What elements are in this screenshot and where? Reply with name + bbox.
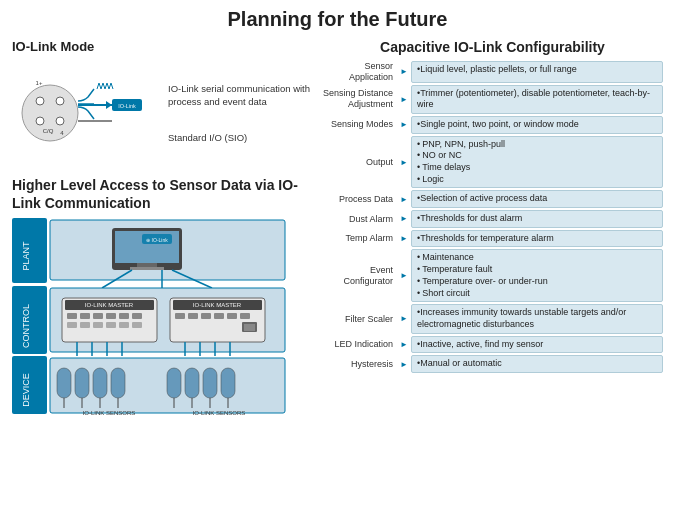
svg-rect-51 bbox=[227, 313, 237, 319]
page: Planning for the Future IO-Link Mode bbox=[0, 0, 675, 506]
config-row-label: Temp Alarm bbox=[322, 230, 397, 248]
config-value-item: Maintenance bbox=[417, 252, 657, 264]
config-arrow-icon bbox=[397, 116, 411, 134]
io-link-mode-section: IO-Link Mode 1+ C/Q 4 bbox=[12, 39, 312, 168]
svg-text:C/Q: C/Q bbox=[43, 128, 54, 134]
svg-rect-79 bbox=[203, 368, 217, 398]
config-row-value: PNP, NPN, push-pullNO or NCTime delaysLo… bbox=[411, 136, 663, 189]
config-row-value: •Inactive, active, find my sensor bbox=[411, 336, 663, 354]
io-link-mode-title: IO-Link Mode bbox=[12, 39, 312, 54]
svg-text:IO-LINK SENSORS: IO-LINK SENSORS bbox=[83, 410, 136, 416]
config-row-label: Sensing Distance Adjustment bbox=[322, 85, 397, 114]
svg-rect-34 bbox=[93, 313, 103, 319]
config-value-item: Short circuit bbox=[417, 288, 657, 300]
config-row-value: •Thresholds for temperature alarm bbox=[411, 230, 663, 248]
config-row: Sensing Modes•Single point, two point, o… bbox=[322, 116, 663, 134]
config-row: LED Indication•Inactive, active, find my… bbox=[322, 336, 663, 354]
config-row-label: Filter Scaler bbox=[322, 304, 397, 333]
svg-rect-40 bbox=[93, 322, 103, 328]
config-arrow-icon bbox=[397, 136, 411, 189]
connector-diagram-svg: 1+ C/Q 4 IO-Link bbox=[12, 63, 162, 163]
svg-point-1 bbox=[36, 97, 44, 105]
svg-rect-52 bbox=[240, 313, 250, 319]
config-row-value: •Trimmer (potentiometer), disable potent… bbox=[411, 85, 663, 114]
config-row-value: •Selection of active process data bbox=[411, 190, 663, 208]
config-row-label: Dust Alarm bbox=[322, 210, 397, 228]
svg-text:IO-LINK MASTER: IO-LINK MASTER bbox=[193, 302, 242, 308]
svg-point-2 bbox=[56, 97, 64, 105]
higher-level-title: Higher Level Access to Sensor Data via I… bbox=[12, 176, 312, 212]
config-value-item: Temperature fault bbox=[417, 264, 657, 276]
svg-rect-19 bbox=[137, 263, 157, 267]
svg-rect-50 bbox=[214, 313, 224, 319]
config-row-value: •Manual or automatic bbox=[411, 355, 663, 373]
svg-rect-47 bbox=[175, 313, 185, 319]
page-title: Planning for the Future bbox=[12, 8, 663, 31]
svg-text:IO-LINK SENSORS: IO-LINK SENSORS bbox=[193, 410, 246, 416]
io-link-diagram: 1+ C/Q 4 IO-Link bbox=[12, 58, 312, 168]
svg-rect-81 bbox=[221, 368, 235, 398]
config-arrow-icon bbox=[397, 230, 411, 248]
svg-rect-37 bbox=[132, 313, 142, 319]
svg-rect-66 bbox=[57, 368, 71, 398]
config-row-value: •Increases immunity towards unstable tar… bbox=[411, 304, 663, 333]
config-row: Event ConfiguratorMaintenanceTemperature… bbox=[322, 249, 663, 302]
svg-rect-75 bbox=[167, 368, 181, 398]
config-value-item: NO or NC bbox=[417, 150, 657, 162]
config-arrow-icon bbox=[397, 61, 411, 83]
main-content: IO-Link Mode 1+ C/Q 4 bbox=[12, 39, 663, 498]
svg-rect-33 bbox=[80, 313, 90, 319]
config-row: Filter Scaler•Increases immunity towards… bbox=[322, 304, 663, 333]
svg-text:PLANT: PLANT bbox=[21, 241, 31, 271]
config-row: Process Data•Selection of active process… bbox=[322, 190, 663, 208]
svg-text:IO-LINK MASTER: IO-LINK MASTER bbox=[85, 302, 134, 308]
config-arrow-icon bbox=[397, 336, 411, 354]
svg-rect-54 bbox=[244, 324, 255, 331]
svg-rect-43 bbox=[132, 322, 142, 328]
config-row-value: •Single point, two point, or window mode bbox=[411, 116, 663, 134]
config-arrow-icon bbox=[397, 210, 411, 228]
standard-io-label: Standard I/O (SIO) bbox=[168, 132, 312, 143]
config-row: Hysteresis•Manual or automatic bbox=[322, 355, 663, 373]
config-value-item: Temperature over- or under-run bbox=[417, 276, 657, 288]
svg-text:⊕ IO-Link: ⊕ IO-Link bbox=[146, 237, 168, 243]
right-panel: Capacitive IO-Link Configurability Senso… bbox=[322, 39, 663, 498]
config-row-label: Sensing Modes bbox=[322, 116, 397, 134]
config-arrow-icon bbox=[397, 190, 411, 208]
config-value-item: Time delays bbox=[417, 162, 657, 174]
config-row-label: LED Indication bbox=[322, 336, 397, 354]
svg-rect-38 bbox=[67, 322, 77, 328]
config-arrow-icon bbox=[397, 304, 411, 333]
config-arrow-icon bbox=[397, 85, 411, 114]
config-value-item: PNP, NPN, push-pull bbox=[417, 139, 657, 151]
config-row-label: Sensor Application bbox=[322, 61, 397, 83]
config-row: OutputPNP, NPN, push-pullNO or NCTime de… bbox=[322, 136, 663, 189]
config-row-label: Hysteresis bbox=[322, 355, 397, 373]
svg-text:DEVICE: DEVICE bbox=[21, 374, 31, 408]
io-link-serial-label: IO-Link serial communication with proces… bbox=[168, 83, 312, 108]
svg-rect-35 bbox=[106, 313, 116, 319]
svg-rect-48 bbox=[188, 313, 198, 319]
svg-rect-36 bbox=[119, 313, 129, 319]
higher-level-section: Higher Level Access to Sensor Data via I… bbox=[12, 176, 312, 418]
svg-text:CONTROL: CONTROL bbox=[21, 304, 31, 348]
right-panel-title: Capacitive IO-Link Configurability bbox=[322, 39, 663, 55]
svg-point-4 bbox=[56, 117, 64, 125]
plant-diagram-svg: PLANT ⊕ IO-Link bbox=[12, 218, 292, 418]
svg-text:IO-Link: IO-Link bbox=[118, 103, 136, 109]
svg-rect-70 bbox=[93, 368, 107, 398]
config-row: Sensing Distance Adjustment•Trimmer (pot… bbox=[322, 85, 663, 114]
svg-rect-41 bbox=[106, 322, 116, 328]
svg-marker-9 bbox=[106, 101, 112, 109]
svg-rect-39 bbox=[80, 322, 90, 328]
svg-rect-68 bbox=[75, 368, 89, 398]
config-row-value: MaintenanceTemperature faultTemperature … bbox=[411, 249, 663, 302]
svg-rect-42 bbox=[119, 322, 129, 328]
svg-point-3 bbox=[36, 117, 44, 125]
io-link-labels: IO-Link serial communication with proces… bbox=[168, 83, 312, 143]
svg-rect-49 bbox=[201, 313, 211, 319]
config-row-label: Event Configurator bbox=[322, 249, 397, 302]
left-panel: IO-Link Mode 1+ C/Q 4 bbox=[12, 39, 312, 498]
svg-rect-72 bbox=[111, 368, 125, 398]
svg-rect-20 bbox=[130, 267, 164, 270]
